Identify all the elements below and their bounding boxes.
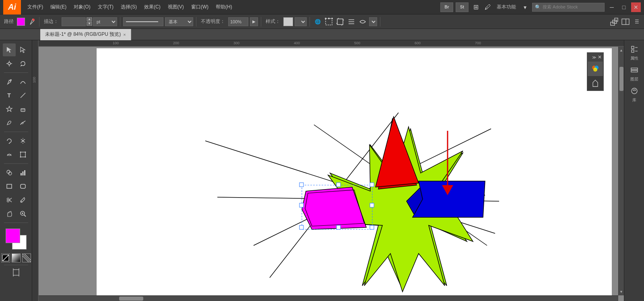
transform-icon[interactable] [335,17,345,27]
main-area: T [0,40,644,301]
panel-toggle-icon[interactable] [621,17,630,27]
scissors-tool[interactable] [3,194,16,206]
line-tool[interactable] [17,89,29,102]
artboard-tool[interactable] [4,268,28,277]
zoom-tool[interactable] [17,207,29,220]
align-icon[interactable] [347,17,356,27]
svg-point-21 [10,79,12,81]
chart-tool[interactable] [17,166,29,179]
style-select[interactable]: ▾ [295,17,307,26]
warp-tools [3,148,29,161]
svg-point-33 [25,157,26,158]
search-box[interactable]: 🔍 搜索 Adobe Stock [532,3,605,12]
tab-close-btn[interactable]: × [123,32,126,37]
bridge-icon[interactable]: Br [440,2,453,12]
library-panel-btn[interactable]: 库 [629,85,640,105]
color-guide-icon[interactable] [588,62,603,76]
star-tool[interactable] [3,103,16,115]
artboard-panel-icon[interactable] [588,76,603,91]
stroke-line-preview[interactable] [123,17,163,26]
layers-panel-btn[interactable]: 图层 [629,64,640,84]
float-panel-close-btn[interactable]: ✕ [598,54,602,60]
global-icon[interactable]: 🌐 [313,17,322,27]
eraser-tool[interactable] [17,103,29,115]
rectangle-tool[interactable] [3,180,16,193]
direct-select-tool[interactable] [17,43,29,56]
pen-tool[interactable] [3,75,16,88]
vertical-scroll-thumb[interactable] [619,67,623,91]
scroll-down-btn[interactable]: ▼ [619,289,624,295]
rounded-rect-tool[interactable] [17,180,29,193]
fill-color-swatch[interactable] [6,229,20,243]
float-panel-dock-btn[interactable]: ≫ [592,55,596,60]
menu-file[interactable]: 文件(F) [24,2,46,12]
opacity-more-btn[interactable]: ▶ [250,17,258,26]
reflect-tool[interactable] [17,134,29,147]
stroke-value-input[interactable] [62,17,86,26]
scroll-up-btn[interactable]: ▲ [619,47,624,53]
horizontal-scrollbar[interactable] [39,295,618,301]
canvas-svg [97,48,612,298]
lasso-tool[interactable] [17,57,29,70]
canvas-area[interactable]: 100 200 300 400 500 600 700 100 [32,40,624,301]
free-transform-tool[interactable] [17,148,29,161]
curvature-tool[interactable] [17,75,29,88]
basic-func-dropdown[interactable]: ▾ [520,2,530,12]
color-mode-none[interactable] [1,254,10,262]
transform-bbox-icon[interactable] [324,17,334,27]
menu-window[interactable]: 窗口(W) [188,2,212,12]
pen-tool-icon[interactable] [27,17,36,27]
document-tab[interactable]: 未标题-1* @ 84% (RGB/GPU 预览) × [40,29,131,40]
stroke-down-btn[interactable]: ▼ [87,22,92,26]
eyedropper-tool[interactable] [17,194,29,206]
float-panel-icons [587,62,603,91]
stroke-style-select[interactable]: 基本 [165,17,193,26]
menu-effect[interactable]: 效果(C) [141,2,164,12]
menu-object[interactable]: 对象(O) [70,2,93,12]
stroke-unit-select[interactable]: ptpxmm [93,17,117,26]
maximize-button[interactable]: □ [619,2,629,12]
svg-line-41 [9,198,12,200]
shape-builder-tool[interactable] [3,166,16,179]
tool-sep-1 [4,72,28,73]
warp-icon[interactable] [358,17,367,27]
pencil-tool[interactable] [3,116,16,129]
menu-text[interactable]: 文字(T) [95,2,117,12]
style-label: 样式： [264,18,282,25]
magic-wand-tool[interactable] [3,57,16,70]
brush-icon[interactable]: 🖊 [483,2,493,12]
pattern-swatch[interactable] [22,254,31,262]
horizontal-scroll-thumb[interactable] [119,297,143,301]
menu-help[interactable]: 帮助(H) [213,2,235,12]
vertical-scrollbar[interactable]: ▲ ▼ [618,47,624,295]
float-color-panel: ≫ ✕ [587,52,604,91]
svg-rect-90 [299,225,303,229]
rotate-tool[interactable] [3,134,16,147]
tab-title: 未标题-1* @ 84% (RGB/GPU 预览) [45,31,121,38]
select-tool[interactable] [3,43,16,56]
warp-options-select[interactable]: ▾ [369,17,377,26]
stroke-up-btn[interactable]: ▲ [87,17,92,21]
svg-rect-37 [22,171,23,175]
style-swatch[interactable] [283,17,293,26]
opacity-input[interactable] [228,17,248,26]
smooth-tool[interactable] [17,116,29,129]
properties-panel-btn[interactable]: 属性 [629,43,640,63]
close-button[interactable]: ✕ [631,2,641,12]
type-tool[interactable]: T [3,89,16,102]
fill-color-swatch[interactable] [17,18,25,26]
gradient-swatch[interactable] [12,254,21,262]
svg-text:400: 400 [294,41,300,45]
svg-rect-86 [336,183,341,187]
stock-icon[interactable]: St [456,2,469,12]
minimize-button[interactable]: ─ [607,2,617,12]
hand-tool[interactable] [3,207,16,220]
tool-sep-4 [4,223,28,223]
panel-arrange-icon[interactable]: ☰ [632,17,642,27]
grid-icon[interactable]: ⊞ [471,2,481,12]
menu-view[interactable]: 视图(V) [165,2,187,12]
menu-select[interactable]: 选择(S) [118,2,140,12]
warp-tool[interactable] [3,148,16,161]
arrange-icon[interactable] [609,17,619,27]
menu-edit[interactable]: 编辑(E) [47,2,70,12]
